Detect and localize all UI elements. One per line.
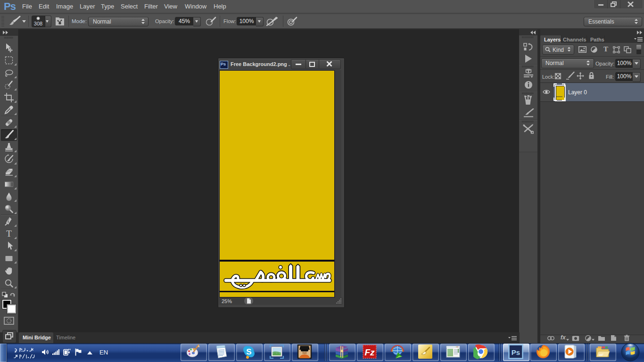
svg-text:Fz: Fz bbox=[364, 347, 375, 357]
svg-text:T: T bbox=[6, 229, 12, 239]
svg-text:Ps: Ps bbox=[512, 348, 520, 356]
svg-text:S: S bbox=[246, 347, 251, 356]
